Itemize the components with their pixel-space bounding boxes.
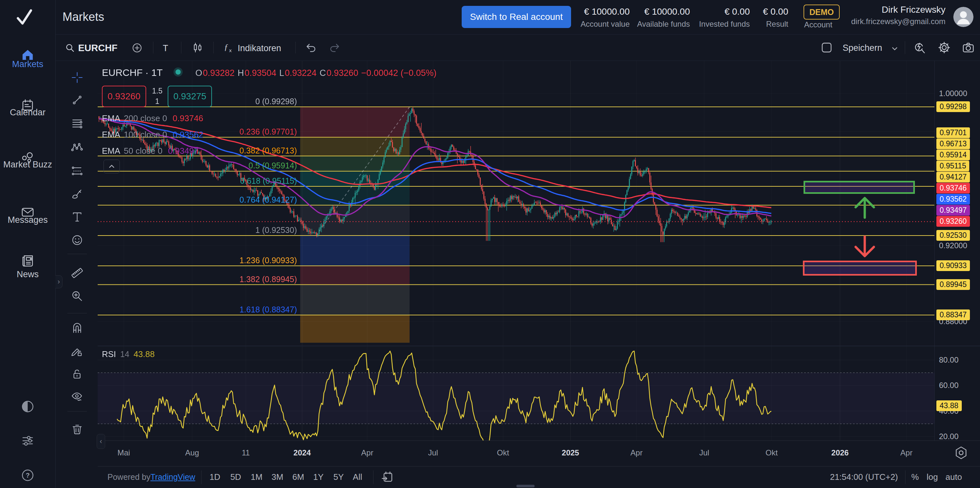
emoji-icon — [71, 234, 84, 247]
range-button-5d[interactable]: 5D — [230, 472, 241, 482]
time-tick-okt[interactable]: Okt — [765, 448, 778, 458]
range-button-1d[interactable]: 1D — [209, 472, 220, 482]
time-tick-apr[interactable]: Apr — [630, 448, 643, 458]
text-tool-tool-button[interactable] — [69, 209, 85, 225]
toolbar-collapse-handle[interactable]: ‹ — [97, 434, 105, 449]
clock-label[interactable]: 21:54:00 (UTC+2) — [830, 472, 898, 482]
auto-scale-toggle[interactable]: auto — [945, 472, 962, 482]
brush-tool-button[interactable] — [69, 187, 85, 202]
time-tick-okt[interactable]: Okt — [497, 448, 509, 458]
undo-icon[interactable] — [305, 42, 317, 54]
sidebar-item-calendar[interactable]: Calendar — [0, 94, 55, 126]
search-icon[interactable] — [64, 42, 76, 53]
ema-100-legend[interactable]: EMA100 close 00.93562 — [102, 130, 203, 140]
snapshot-camera-icon[interactable] — [961, 41, 975, 54]
range-button-1m[interactable]: 1M — [251, 472, 262, 482]
layout-icon[interactable] — [820, 41, 833, 54]
object-tree-expand-handle[interactable]: › — [55, 275, 62, 288]
crosshair-tool-button[interactable] — [69, 70, 85, 85]
toolbar-divider — [67, 313, 87, 313]
zoom-in-tool-button[interactable] — [69, 288, 85, 304]
percent-scale-toggle[interactable]: % — [911, 472, 919, 482]
sidebar-item-news[interactable]: News — [0, 250, 55, 288]
range-button-3m[interactable]: 3M — [272, 472, 283, 482]
price-chart-canvas[interactable] — [98, 61, 934, 346]
sidebar-item-markets[interactable]: Markets — [0, 44, 55, 78]
axis-settings-hexagon-icon[interactable] — [954, 446, 969, 460]
preferences-sliders-icon[interactable] — [20, 433, 35, 448]
save-chevron-down-icon[interactable] — [891, 45, 899, 53]
time-tick-11[interactable]: 11 — [242, 448, 250, 458]
tradingview-link[interactable]: TradingView — [150, 472, 195, 482]
time-tick-apr[interactable]: Apr — [900, 448, 912, 458]
time-tick-2024[interactable]: 2024 — [293, 448, 310, 458]
lock-tool-button[interactable] — [69, 367, 85, 382]
ema-200-legend[interactable]: EMA200 close 00.93746 — [102, 113, 203, 123]
time-tick-apr[interactable]: Apr — [361, 448, 373, 458]
emoji-tool-button[interactable] — [69, 232, 85, 248]
redo-icon[interactable] — [328, 42, 340, 54]
legend-collapse-button[interactable] — [103, 159, 120, 173]
indicators-button[interactable]: Indikatoren — [238, 43, 281, 53]
change-value: −0.00042 (−0.05%) — [361, 68, 436, 78]
time-tick-jul[interactable]: Jul — [428, 448, 438, 458]
sidebar-item-market-buzz[interactable]: Market Buzz — [0, 148, 55, 178]
market-status-dot[interactable] — [175, 69, 181, 75]
ruler-tool-button[interactable] — [69, 265, 85, 281]
app-logo[interactable] — [14, 7, 35, 28]
switch-to-real-button[interactable]: Switch to Real account — [462, 6, 571, 28]
save-button[interactable]: Speichern — [843, 43, 882, 53]
time-tick-jul[interactable]: Jul — [699, 448, 710, 458]
goto-date-icon[interactable] — [381, 470, 395, 484]
fib-retracement-tool-button[interactable] — [69, 116, 85, 131]
range-button-5y[interactable]: 5Y — [333, 472, 344, 482]
draw-lock-tool-button[interactable] — [69, 344, 85, 359]
xabcd-pattern-tool-button[interactable] — [69, 139, 85, 155]
ema-value: 0.93497 — [168, 146, 199, 156]
time-tick-2025[interactable]: 2025 — [562, 448, 579, 458]
sell-bid-button[interactable]: 0.93260 — [102, 86, 146, 107]
chart-toolbar: EURCHF T ƒx Indikatoren Speichern — [55, 35, 980, 61]
time-tick-mai[interactable]: Mai — [118, 448, 130, 458]
range-button-6m[interactable]: 6M — [293, 472, 304, 482]
support-zone-box[interactable] — [803, 261, 917, 276]
time-tick-aug[interactable]: Aug — [185, 448, 199, 458]
ohlc-value: 0.93282 — [203, 68, 235, 78]
theme-contrast-icon[interactable] — [20, 399, 35, 414]
user-name: Dirk Friczewsky — [882, 5, 945, 15]
interval-button[interactable]: T — [163, 43, 168, 53]
range-button-all[interactable]: All — [353, 472, 363, 482]
resistance-zone-box[interactable] — [803, 181, 915, 194]
time-tick-2026[interactable]: 2026 — [831, 448, 848, 458]
pane-separator[interactable] — [98, 346, 980, 346]
price-axis-tick: 0.92000 — [939, 241, 967, 250]
ohlc-key: H — [238, 68, 244, 78]
arrow-down-icon[interactable] — [850, 235, 879, 259]
quick-search-icon[interactable] — [913, 41, 926, 54]
fx-indicator-icon[interactable]: ƒx — [222, 41, 235, 54]
ema-50-legend[interactable]: EMA50 close 00.93497 — [102, 146, 199, 156]
hide-drawings-tool-button[interactable] — [69, 389, 85, 405]
ema-price-badge: 0.93497 — [936, 205, 970, 216]
rsi-chart-canvas[interactable] — [98, 346, 934, 440]
symbol-search-button[interactable]: EURCHF — [78, 43, 118, 53]
projection-tool-button[interactable] — [69, 163, 85, 179]
arrow-up-icon[interactable] — [850, 195, 879, 219]
chart-type-candles-icon[interactable] — [191, 41, 204, 54]
help-icon[interactable]: ? — [20, 468, 35, 483]
last-price-badge: 0.93260 — [936, 216, 970, 227]
log-scale-toggle[interactable]: log — [927, 472, 938, 482]
trend-line-tool-button[interactable] — [69, 92, 85, 108]
fib-label-0.236: 0.236 (0.97701) — [239, 127, 297, 137]
settings-gear-icon[interactable] — [937, 41, 951, 54]
magnet-tool-button[interactable] — [69, 320, 85, 336]
sidebar-item-messages[interactable]: Messages — [0, 201, 55, 233]
range-button-1y[interactable]: 1Y — [313, 472, 324, 482]
time-axis-border — [55, 440, 980, 441]
symbol-legend[interactable]: EURCHF · 1T — [102, 67, 163, 78]
avatar[interactable] — [953, 7, 974, 27]
buy-ask-button[interactable]: 0.93275 — [168, 86, 212, 107]
scrollbar-handle[interactable] — [516, 485, 535, 487]
trash-tool-button[interactable] — [69, 421, 85, 437]
compare-add-icon[interactable] — [131, 42, 143, 54]
